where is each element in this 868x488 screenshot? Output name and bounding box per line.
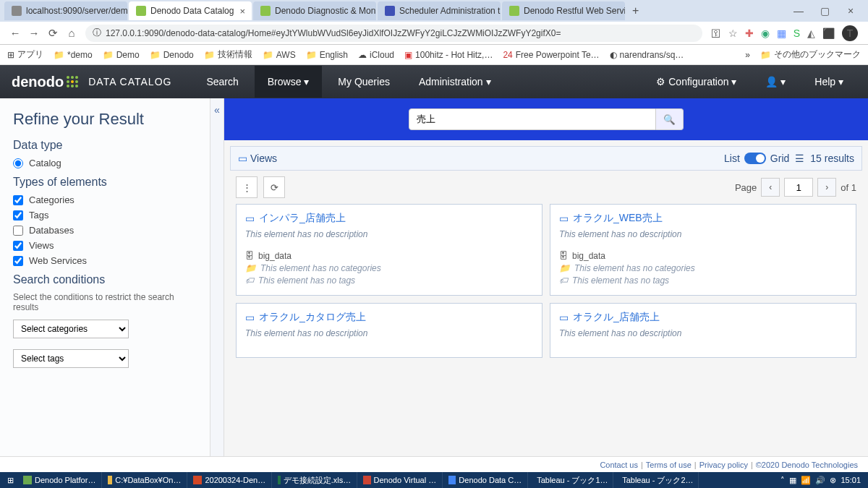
network-icon[interactable]: ▦ xyxy=(789,476,796,485)
back-icon[interactable]: ← xyxy=(6,27,25,39)
start-button[interactable]: ⊞ xyxy=(3,476,17,485)
bookmark[interactable]: 📁AWS xyxy=(263,50,296,60)
close-window-icon[interactable]: × xyxy=(838,5,864,17)
result-card[interactable]: ▭オラクル_カタログ売上 This element has no descrip… xyxy=(236,303,542,358)
taskbar-item[interactable]: Denodo Data C… xyxy=(443,472,528,488)
bookmark[interactable]: ◐narendrans/sq… xyxy=(610,50,684,60)
profile-avatar[interactable]: T xyxy=(842,25,858,41)
page-input[interactable] xyxy=(784,178,813,197)
tray-up-icon[interactable]: ˄ xyxy=(780,476,785,485)
check-databases[interactable] xyxy=(13,226,23,236)
terms-link[interactable]: Terms of use xyxy=(646,461,692,469)
bookmark[interactable]: 📁技術情報 xyxy=(204,48,252,61)
forward-icon[interactable]: → xyxy=(25,27,43,39)
ext-icon[interactable]: S xyxy=(793,27,800,39)
list-label[interactable]: List xyxy=(724,153,740,164)
browser-tab[interactable]: Denodo Diagnostic & Moni× xyxy=(253,1,376,20)
taskbar-item[interactable]: Denodo Platfor… xyxy=(17,472,102,488)
nav-my-queries[interactable]: My Queries xyxy=(325,66,403,98)
browser-tab[interactable]: Denodo Restful Web Servic× xyxy=(502,1,625,20)
close-icon[interactable]: × xyxy=(239,6,245,17)
results-grid: ▭インパラ_店舗売上 This element has no descripti… xyxy=(224,204,868,364)
taskbar-item[interactable]: C:¥DataBox¥On… xyxy=(102,472,187,488)
privacy-link[interactable]: Privacy policy xyxy=(699,461,748,469)
key-icon[interactable]: ⚿ xyxy=(711,27,721,39)
nav-user[interactable]: 👤 ▾ xyxy=(752,66,799,98)
search-button[interactable]: 🔍 xyxy=(656,108,684,130)
bookmark[interactable]: ▣100hitz - Hot Hitz,… xyxy=(404,50,493,60)
radio-catalog[interactable] xyxy=(13,158,23,168)
taskbar-item[interactable]: Tableau - ブック2… xyxy=(613,472,699,488)
collapse-sidebar-button[interactable]: « xyxy=(210,98,224,456)
check-views[interactable] xyxy=(13,241,23,251)
site-info-icon[interactable]: ⓘ xyxy=(93,27,101,39)
heading-types: Types of elements xyxy=(13,176,197,189)
nav-help[interactable]: Help ▾ xyxy=(801,66,856,98)
app-title: DATA CATALOG xyxy=(88,76,171,87)
ext-icon[interactable]: ▦ xyxy=(777,27,786,39)
list-icon[interactable]: ☰ xyxy=(795,153,804,164)
ext-icon[interactable]: ⬛ xyxy=(822,27,835,39)
wifi-icon[interactable]: 📶 xyxy=(801,476,811,485)
minimize-icon[interactable]: — xyxy=(786,5,812,17)
bookmark-overflow[interactable]: » xyxy=(745,50,750,60)
list-grid-toggle[interactable] xyxy=(744,153,766,164)
taskbar-item[interactable]: デモ接続設定.xls… xyxy=(272,472,357,488)
taskbar-item[interactable]: 20200324-Den… xyxy=(187,472,272,488)
url-field[interactable]: ⓘ127.0.0.1:9090/denodo-data-catalog/Home… xyxy=(85,25,702,42)
search-input[interactable] xyxy=(409,108,656,130)
contact-link[interactable]: Contact us xyxy=(600,461,638,469)
page-next-button[interactable]: › xyxy=(817,178,836,197)
page-label: Page xyxy=(735,182,757,193)
apps-button[interactable]: ⊞ アプリ xyxy=(7,48,43,61)
browser-tab[interactable]: Scheduler Administration t× xyxy=(378,1,501,20)
bookmark[interactable]: 📁Demo xyxy=(103,50,140,60)
volume-icon[interactable]: 🔊 xyxy=(815,476,825,485)
ext-icon[interactable]: ◉ xyxy=(761,27,770,39)
taskbar-item[interactable]: Denodo Virtual … xyxy=(357,472,443,488)
nav-configuration[interactable]: ⚙ Configuration ▾ xyxy=(643,66,749,98)
select-categories[interactable]: Select categories xyxy=(13,320,129,338)
refresh-button[interactable]: ⟳ xyxy=(263,176,285,198)
views-bar: ▭ Views List Grid ☰ 15 results xyxy=(230,146,862,171)
browser-tab[interactable]: Denodo Data Catalog× xyxy=(129,1,252,20)
bookmark[interactable]: 📁English xyxy=(306,50,348,60)
results-toolbar: ⋮ ⟳ Page ‹ › of 1 xyxy=(224,171,868,204)
check-categories[interactable] xyxy=(13,195,23,205)
maximize-icon[interactable]: ▢ xyxy=(812,5,838,17)
nav-search[interactable]: Search xyxy=(193,66,251,98)
tag-icon: 🏷 xyxy=(559,275,568,286)
nav-browse[interactable]: Browse ▾ xyxy=(255,66,323,98)
other-bookmarks[interactable]: 📁その他のブックマーク xyxy=(760,48,861,61)
menu-button[interactable]: ⋮ xyxy=(236,176,258,198)
star-icon[interactable]: ☆ xyxy=(728,27,738,39)
bookmark[interactable]: 📁*demo xyxy=(54,50,93,60)
search-banner: 🔍 xyxy=(224,98,868,140)
bookmark[interactable]: ☁iCloud xyxy=(358,50,394,60)
result-card[interactable]: ▭オラクル_店舗売上 This element has no descripti… xyxy=(550,303,856,358)
system-tray[interactable]: ˄ ▦ 📶 🔊 ⊗ 15:01 xyxy=(776,476,865,485)
page-prev-button[interactable]: ‹ xyxy=(761,178,780,197)
check-tags[interactable] xyxy=(13,210,23,221)
nav-administration[interactable]: Administration ▾ xyxy=(406,66,504,98)
ext-icon[interactable]: ✚ xyxy=(745,27,754,39)
view-icon: ▭ xyxy=(238,153,247,164)
result-card[interactable]: ▭インパラ_店舗売上 This element has no descripti… xyxy=(236,204,542,296)
reload-icon[interactable]: ⟳ xyxy=(43,27,62,40)
select-tags[interactable]: Select tags xyxy=(13,349,129,368)
result-card[interactable]: ▭オラクル_WEB売上 This element has no descript… xyxy=(550,204,856,296)
check-web-services[interactable] xyxy=(13,256,23,266)
clock[interactable]: 15:01 xyxy=(841,476,861,484)
chevron-down-icon: ▾ xyxy=(731,76,736,87)
windows-taskbar: ⊞ Denodo Platfor… C:¥DataBox¥On… 2020032… xyxy=(0,472,868,488)
ext-icon[interactable]: ◭ xyxy=(807,27,815,39)
denodo-logo[interactable]: denodo xyxy=(12,74,78,90)
grid-label[interactable]: Grid xyxy=(770,153,789,164)
tray-icon[interactable]: ⊗ xyxy=(830,476,836,485)
bookmark[interactable]: 📁Denodo xyxy=(150,50,194,60)
bookmark[interactable]: 24Free Powerpoint Te… xyxy=(503,50,599,60)
browser-tab[interactable]: localhost:9090/server/demo× xyxy=(4,1,127,20)
taskbar-item[interactable]: Tableau - ブック1… xyxy=(528,472,613,488)
home-icon[interactable]: ⌂ xyxy=(62,27,81,39)
new-tab-button[interactable]: + xyxy=(626,4,644,17)
